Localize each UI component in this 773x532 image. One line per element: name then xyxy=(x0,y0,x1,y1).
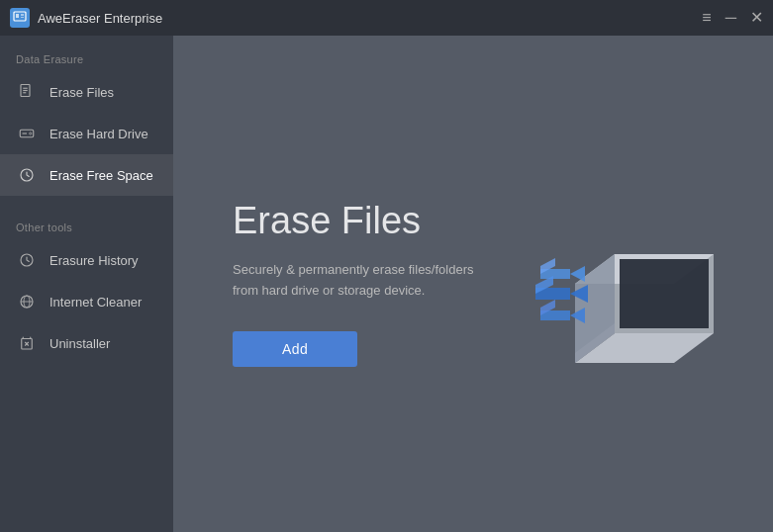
minimize-button[interactable]: ─ xyxy=(725,10,736,26)
sidebar-item-erasure-history-label: Erasure History xyxy=(49,253,139,268)
content-description: Securely & permanently erase files/folde… xyxy=(233,260,490,302)
internet-cleaner-icon xyxy=(16,291,38,312)
app-icon xyxy=(10,8,30,28)
titlebar: AweEraser Enterprise ≡ ─ ✕ xyxy=(0,0,773,36)
sidebar-item-internet-cleaner[interactable]: Internet Cleaner xyxy=(0,281,173,322)
menu-button[interactable]: ≡ xyxy=(702,10,711,26)
sidebar-item-erase-free-space[interactable]: Erase Free Space xyxy=(0,154,173,196)
sidebar-item-uninstaller-label: Uninstaller xyxy=(49,336,110,351)
sidebar-item-erase-free-space-label: Erase Free Space xyxy=(49,168,153,183)
svg-marker-24 xyxy=(620,259,709,328)
sidebar-item-erase-files-label: Erase Files xyxy=(49,85,114,100)
data-erasure-section-label: Data Erasure xyxy=(0,44,173,71)
add-button[interactable]: Add xyxy=(233,331,357,367)
sidebar-item-uninstaller[interactable]: Uninstaller xyxy=(0,322,173,364)
close-button[interactable]: ✕ xyxy=(750,10,763,26)
erase-hard-drive-icon xyxy=(16,123,38,144)
window-controls: ≡ ─ ✕ xyxy=(702,10,763,26)
uninstaller-icon xyxy=(16,332,38,354)
sidebar-item-internet-cleaner-label: Internet Cleaner xyxy=(49,295,142,310)
svg-point-9 xyxy=(30,133,32,134)
other-tools-section-label: Other tools xyxy=(0,212,173,239)
sidebar-item-erase-hard-drive-label: Erase Hard Drive xyxy=(49,127,148,141)
svg-rect-3 xyxy=(21,17,24,18)
sidebar-item-erase-files[interactable]: Erase Files xyxy=(0,71,173,113)
erase-free-space-icon xyxy=(16,164,38,186)
svg-rect-0 xyxy=(14,12,26,21)
content-area: Erase Files Securely & permanently erase… xyxy=(173,36,773,532)
sidebar: Data Erasure Erase Files xyxy=(0,36,173,532)
sidebar-item-erase-hard-drive[interactable]: Erase Hard Drive xyxy=(0,113,173,154)
erasure-history-icon xyxy=(16,249,38,271)
content-text-block: Erase Files Securely & permanently erase… xyxy=(233,201,490,366)
app-title: AweEraser Enterprise xyxy=(38,11,702,26)
content-title: Erase Files xyxy=(233,201,490,242)
main-layout: Data Erasure Erase Files xyxy=(0,36,773,532)
illustration xyxy=(486,155,743,412)
erase-files-icon xyxy=(16,81,38,103)
svg-rect-2 xyxy=(21,14,24,16)
svg-rect-1 xyxy=(16,14,19,18)
sidebar-item-erasure-history[interactable]: Erasure History xyxy=(0,239,173,281)
svg-marker-25 xyxy=(570,266,585,282)
